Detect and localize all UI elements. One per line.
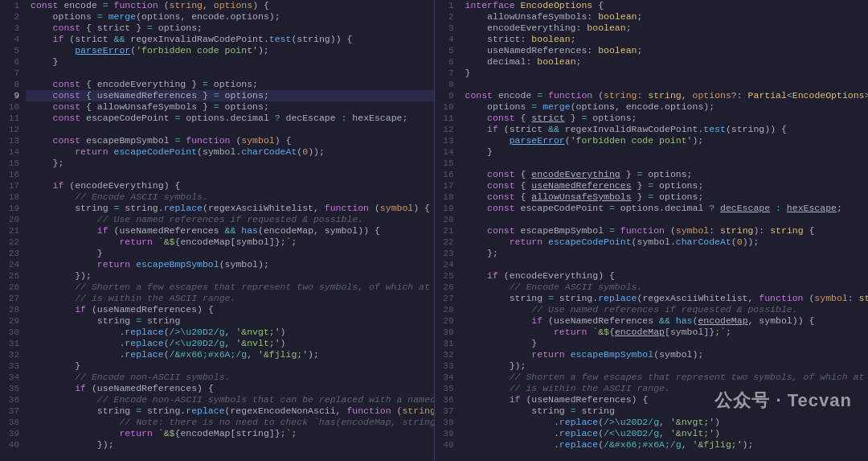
code-line: 32 .replace(/&#x66;#x6A;/g, '&fjlig;'); [0, 349, 434, 360]
code-text: return escapeCodePoint(symbol.charCodeAt… [461, 237, 760, 248]
code-line: 40 .replace(/&#x66;#x6A;/g, '&fjlig;'); [435, 439, 869, 451]
code-text: // Encode ASCII symbols. [26, 191, 208, 203]
code-line: 11 const { strict } = options; [435, 113, 869, 124]
line-number: 29 [435, 315, 461, 327]
line-number: 31 [0, 338, 26, 349]
code-text: const { encodeEverything } = options; [26, 79, 258, 90]
line-number: 30 [435, 327, 461, 338]
line-number: 35 [0, 383, 26, 394]
code-line: 15 }; [0, 158, 434, 169]
code-line: 16 [0, 169, 434, 180]
code-text: // Note: there is no need to check `has(… [26, 417, 435, 428]
code-line: 29 if (useNamedReferences && has(encodeM… [435, 315, 869, 327]
code-line: 24 return escapeBmpSymbol(symbol); [0, 259, 434, 270]
code-line: 34 // Encode non-ASCII symbols. [0, 372, 434, 383]
line-number: 12 [0, 124, 26, 135]
code-text: }; [26, 158, 63, 169]
code-text: if (strict && regexInvalidRawCodePoint.t… [26, 34, 352, 45]
line-number: 2 [435, 11, 461, 23]
line-number: 36 [0, 394, 26, 405]
code-text: // Encode non-ASCII symbols that can be … [26, 394, 435, 405]
code-text: string = string [26, 315, 180, 327]
line-number: 9 [0, 90, 26, 101]
line-number: 15 [0, 158, 26, 169]
code-text: const { encodeEverything } = options; [461, 169, 693, 180]
code-text: parseError('forbidden code point'); [461, 135, 704, 146]
code-text [461, 259, 465, 270]
line-number: 31 [435, 338, 461, 349]
code-text: decimal: boolean; [461, 56, 582, 68]
code-line: 20 // Use named references if requested … [0, 214, 434, 225]
code-text: // Shorten a few escapes that represent … [26, 282, 435, 293]
code-line: 19 string = string.replace(regexAsciiWhi… [0, 203, 434, 214]
code-line: 17 const { useNamedReferences } = option… [435, 180, 869, 191]
code-text: options = merge(options, encode.options)… [461, 101, 715, 113]
code-line: 18 const { allowUnsafeSymbols } = option… [435, 191, 869, 203]
code-text: .replace(/<\u20D2/g, '&nvlt;') [26, 338, 286, 349]
code-text: const { allowUnsafeSymbols } = options; [26, 101, 269, 113]
code-text: return escapeBmpSymbol(symbol); [461, 349, 704, 360]
code-line: 30 .replace(/>\u20D2/g, '&nvgt;') [0, 327, 434, 338]
line-number: 35 [435, 383, 461, 394]
line-number: 40 [435, 439, 461, 451]
code-line: 25 }); [0, 270, 434, 282]
line-number: 7 [435, 68, 461, 79]
code-line: 32 return escapeBmpSymbol(symbol); [435, 349, 869, 360]
line-number: 36 [435, 394, 461, 405]
code-line: 21 if (useNamedReferences && has(encodeM… [0, 225, 434, 237]
line-number: 14 [0, 146, 26, 158]
line-number: 24 [0, 259, 26, 270]
code-line: 15 [435, 158, 869, 169]
line-number: 9 [435, 90, 461, 101]
line-number: 13 [0, 135, 26, 146]
code-text: // is within the ASCII range. [26, 293, 235, 304]
code-text: if (useNamedReferences) { [461, 394, 649, 405]
line-number: 38 [435, 417, 461, 428]
code-text: // Use named references if requested & p… [461, 304, 798, 315]
line-number: 5 [435, 45, 461, 56]
code-text: const escapeBmpSymbol = function (symbol… [26, 135, 291, 146]
code-line: 14 } [435, 146, 869, 158]
code-line: 10 options = merge(options, encode.optio… [435, 101, 869, 113]
code-text: return `&${encodeMap[symbol]};`; [461, 327, 731, 338]
code-text: } [26, 360, 80, 372]
code-text: } [461, 68, 471, 79]
line-number: 34 [435, 372, 461, 383]
code-line: 1 interface EncodeOptions { [435, 0, 869, 11]
line-number: 29 [0, 315, 26, 327]
line-number: 34 [0, 372, 26, 383]
line-number: 25 [0, 270, 26, 282]
line-number: 20 [435, 214, 461, 225]
code-line: 27 string = string.replace(regexAsciiWhi… [435, 293, 869, 304]
code-line: 33 } [0, 360, 434, 372]
line-number: 21 [0, 225, 26, 237]
code-text: return escapeBmpSymbol(symbol); [26, 259, 269, 270]
line-number: 20 [0, 214, 26, 225]
code-text: // Encode non-ASCII symbols. [26, 372, 230, 383]
code-text: return escapeCodePoint(symbol.charCodeAt… [26, 146, 325, 158]
line-number: 6 [0, 56, 26, 68]
code-line: 37 string = string.replace(regexEncodeNo… [0, 405, 434, 417]
code-line: 7 [0, 68, 434, 79]
line-number: 1 [0, 0, 26, 11]
code-line: 28 if (useNamedReferences) { [0, 304, 434, 315]
code-text: string = string.replace(regexAsciiWhitel… [26, 203, 430, 214]
code-line: 36 if (useNamedReferences) { [435, 394, 869, 405]
code-text: }; [461, 248, 498, 259]
code-line: 19 const escapeCodePoint = options.decim… [435, 203, 869, 214]
code-line: 4 if (strict && regexInvalidRawCodePoint… [0, 34, 434, 45]
line-number: 38 [0, 417, 26, 428]
code-line: 29 string = string [0, 315, 434, 327]
line-number: 8 [0, 79, 26, 90]
line-number: 15 [435, 158, 461, 169]
line-number: 33 [0, 360, 26, 372]
code-text: const escapeCodePoint = options.decimal … [26, 113, 407, 124]
line-number: 28 [435, 304, 461, 315]
line-number: 8 [435, 79, 461, 90]
code-line: 12 [0, 124, 434, 135]
code-line: 5 useNamedReferences: boolean; [435, 45, 869, 56]
code-text: const { strict } = options; [26, 23, 203, 34]
code-line: 6 } [0, 56, 434, 68]
code-text: if (encodeEverything) { [461, 270, 615, 282]
code-line: 2 options = merge(options, encode.option… [0, 11, 434, 23]
